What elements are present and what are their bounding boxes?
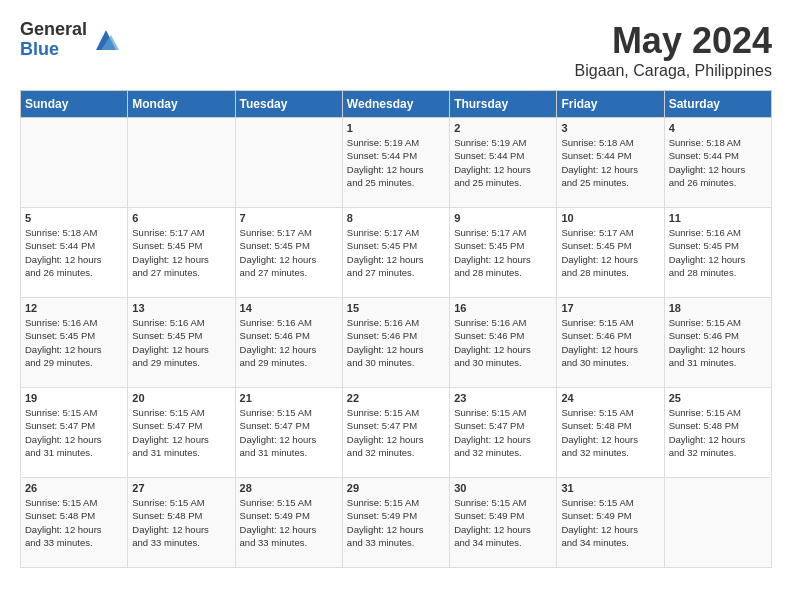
calendar-cell: 25Sunrise: 5:15 AM Sunset: 5:48 PM Dayli…: [664, 388, 771, 478]
day-header-wednesday: Wednesday: [342, 91, 449, 118]
day-info: Sunrise: 5:18 AM Sunset: 5:44 PM Dayligh…: [561, 136, 659, 189]
day-info: Sunrise: 5:17 AM Sunset: 5:45 PM Dayligh…: [132, 226, 230, 279]
day-number: 19: [25, 392, 123, 404]
day-number: 28: [240, 482, 338, 494]
calendar-cell: 13Sunrise: 5:16 AM Sunset: 5:45 PM Dayli…: [128, 298, 235, 388]
calendar-week-row: 26Sunrise: 5:15 AM Sunset: 5:48 PM Dayli…: [21, 478, 772, 568]
day-number: 9: [454, 212, 552, 224]
calendar-week-row: 19Sunrise: 5:15 AM Sunset: 5:47 PM Dayli…: [21, 388, 772, 478]
day-info: Sunrise: 5:15 AM Sunset: 5:47 PM Dayligh…: [454, 406, 552, 459]
day-info: Sunrise: 5:15 AM Sunset: 5:46 PM Dayligh…: [561, 316, 659, 369]
calendar-cell: 12Sunrise: 5:16 AM Sunset: 5:45 PM Dayli…: [21, 298, 128, 388]
calendar-cell: 7Sunrise: 5:17 AM Sunset: 5:45 PM Daylig…: [235, 208, 342, 298]
day-info: Sunrise: 5:15 AM Sunset: 5:49 PM Dayligh…: [240, 496, 338, 549]
calendar-cell: 10Sunrise: 5:17 AM Sunset: 5:45 PM Dayli…: [557, 208, 664, 298]
day-header-tuesday: Tuesday: [235, 91, 342, 118]
day-info: Sunrise: 5:18 AM Sunset: 5:44 PM Dayligh…: [669, 136, 767, 189]
day-number: 29: [347, 482, 445, 494]
day-header-monday: Monday: [128, 91, 235, 118]
calendar-cell: 22Sunrise: 5:15 AM Sunset: 5:47 PM Dayli…: [342, 388, 449, 478]
day-info: Sunrise: 5:18 AM Sunset: 5:44 PM Dayligh…: [25, 226, 123, 279]
day-info: Sunrise: 5:19 AM Sunset: 5:44 PM Dayligh…: [454, 136, 552, 189]
day-number: 30: [454, 482, 552, 494]
day-info: Sunrise: 5:17 AM Sunset: 5:45 PM Dayligh…: [561, 226, 659, 279]
calendar-cell: 4Sunrise: 5:18 AM Sunset: 5:44 PM Daylig…: [664, 118, 771, 208]
day-info: Sunrise: 5:15 AM Sunset: 5:47 PM Dayligh…: [25, 406, 123, 459]
day-number: 10: [561, 212, 659, 224]
day-info: Sunrise: 5:17 AM Sunset: 5:45 PM Dayligh…: [240, 226, 338, 279]
day-number: 25: [669, 392, 767, 404]
day-number: 22: [347, 392, 445, 404]
calendar-cell: 28Sunrise: 5:15 AM Sunset: 5:49 PM Dayli…: [235, 478, 342, 568]
day-number: 1: [347, 122, 445, 134]
calendar-cell: 2Sunrise: 5:19 AM Sunset: 5:44 PM Daylig…: [450, 118, 557, 208]
calendar-cell: 6Sunrise: 5:17 AM Sunset: 5:45 PM Daylig…: [128, 208, 235, 298]
calendar-cell: 21Sunrise: 5:15 AM Sunset: 5:47 PM Dayli…: [235, 388, 342, 478]
page-header: General Blue May 2024 Bigaan, Caraga, Ph…: [20, 20, 772, 80]
day-number: 31: [561, 482, 659, 494]
day-number: 2: [454, 122, 552, 134]
day-number: 18: [669, 302, 767, 314]
day-number: 26: [25, 482, 123, 494]
calendar-cell: 27Sunrise: 5:15 AM Sunset: 5:48 PM Dayli…: [128, 478, 235, 568]
day-number: 7: [240, 212, 338, 224]
day-number: 11: [669, 212, 767, 224]
day-info: Sunrise: 5:15 AM Sunset: 5:48 PM Dayligh…: [669, 406, 767, 459]
calendar-cell: 29Sunrise: 5:15 AM Sunset: 5:49 PM Dayli…: [342, 478, 449, 568]
page-title: May 2024: [575, 20, 772, 62]
day-info: Sunrise: 5:16 AM Sunset: 5:46 PM Dayligh…: [454, 316, 552, 369]
day-number: 24: [561, 392, 659, 404]
calendar-cell: 5Sunrise: 5:18 AM Sunset: 5:44 PM Daylig…: [21, 208, 128, 298]
calendar-cell: [128, 118, 235, 208]
calendar-cell: 24Sunrise: 5:15 AM Sunset: 5:48 PM Dayli…: [557, 388, 664, 478]
day-number: 14: [240, 302, 338, 314]
calendar-table: SundayMondayTuesdayWednesdayThursdayFrid…: [20, 90, 772, 568]
calendar-cell: 11Sunrise: 5:16 AM Sunset: 5:45 PM Dayli…: [664, 208, 771, 298]
day-info: Sunrise: 5:15 AM Sunset: 5:49 PM Dayligh…: [347, 496, 445, 549]
day-info: Sunrise: 5:15 AM Sunset: 5:46 PM Dayligh…: [669, 316, 767, 369]
logo: General Blue: [20, 20, 121, 60]
calendar-cell: [21, 118, 128, 208]
calendar-cell: [235, 118, 342, 208]
day-header-friday: Friday: [557, 91, 664, 118]
calendar-cell: 31Sunrise: 5:15 AM Sunset: 5:49 PM Dayli…: [557, 478, 664, 568]
day-number: 15: [347, 302, 445, 314]
day-info: Sunrise: 5:16 AM Sunset: 5:45 PM Dayligh…: [669, 226, 767, 279]
day-header-thursday: Thursday: [450, 91, 557, 118]
logo-general-text: General: [20, 20, 87, 40]
calendar-cell: 23Sunrise: 5:15 AM Sunset: 5:47 PM Dayli…: [450, 388, 557, 478]
day-number: 5: [25, 212, 123, 224]
day-info: Sunrise: 5:15 AM Sunset: 5:48 PM Dayligh…: [561, 406, 659, 459]
day-number: 16: [454, 302, 552, 314]
calendar-week-row: 5Sunrise: 5:18 AM Sunset: 5:44 PM Daylig…: [21, 208, 772, 298]
day-info: Sunrise: 5:15 AM Sunset: 5:49 PM Dayligh…: [561, 496, 659, 549]
day-info: Sunrise: 5:15 AM Sunset: 5:49 PM Dayligh…: [454, 496, 552, 549]
day-info: Sunrise: 5:15 AM Sunset: 5:48 PM Dayligh…: [132, 496, 230, 549]
calendar-cell: 1Sunrise: 5:19 AM Sunset: 5:44 PM Daylig…: [342, 118, 449, 208]
calendar-cell: 18Sunrise: 5:15 AM Sunset: 5:46 PM Dayli…: [664, 298, 771, 388]
page-subtitle: Bigaan, Caraga, Philippines: [575, 62, 772, 80]
calendar-cell: 20Sunrise: 5:15 AM Sunset: 5:47 PM Dayli…: [128, 388, 235, 478]
day-info: Sunrise: 5:15 AM Sunset: 5:47 PM Dayligh…: [132, 406, 230, 459]
day-number: 12: [25, 302, 123, 314]
calendar-cell: 9Sunrise: 5:17 AM Sunset: 5:45 PM Daylig…: [450, 208, 557, 298]
day-info: Sunrise: 5:15 AM Sunset: 5:48 PM Dayligh…: [25, 496, 123, 549]
day-info: Sunrise: 5:16 AM Sunset: 5:45 PM Dayligh…: [25, 316, 123, 369]
day-info: Sunrise: 5:16 AM Sunset: 5:45 PM Dayligh…: [132, 316, 230, 369]
calendar-week-row: 12Sunrise: 5:16 AM Sunset: 5:45 PM Dayli…: [21, 298, 772, 388]
day-number: 27: [132, 482, 230, 494]
day-number: 17: [561, 302, 659, 314]
calendar-cell: 3Sunrise: 5:18 AM Sunset: 5:44 PM Daylig…: [557, 118, 664, 208]
day-number: 21: [240, 392, 338, 404]
day-number: 3: [561, 122, 659, 134]
calendar-cell: 26Sunrise: 5:15 AM Sunset: 5:48 PM Dayli…: [21, 478, 128, 568]
logo-blue-text: Blue: [20, 40, 87, 60]
title-block: May 2024 Bigaan, Caraga, Philippines: [575, 20, 772, 80]
calendar-cell: 15Sunrise: 5:16 AM Sunset: 5:46 PM Dayli…: [342, 298, 449, 388]
calendar-cell: 30Sunrise: 5:15 AM Sunset: 5:49 PM Dayli…: [450, 478, 557, 568]
day-info: Sunrise: 5:19 AM Sunset: 5:44 PM Dayligh…: [347, 136, 445, 189]
day-info: Sunrise: 5:16 AM Sunset: 5:46 PM Dayligh…: [240, 316, 338, 369]
calendar-cell: 16Sunrise: 5:16 AM Sunset: 5:46 PM Dayli…: [450, 298, 557, 388]
day-number: 13: [132, 302, 230, 314]
calendar-cell: 19Sunrise: 5:15 AM Sunset: 5:47 PM Dayli…: [21, 388, 128, 478]
